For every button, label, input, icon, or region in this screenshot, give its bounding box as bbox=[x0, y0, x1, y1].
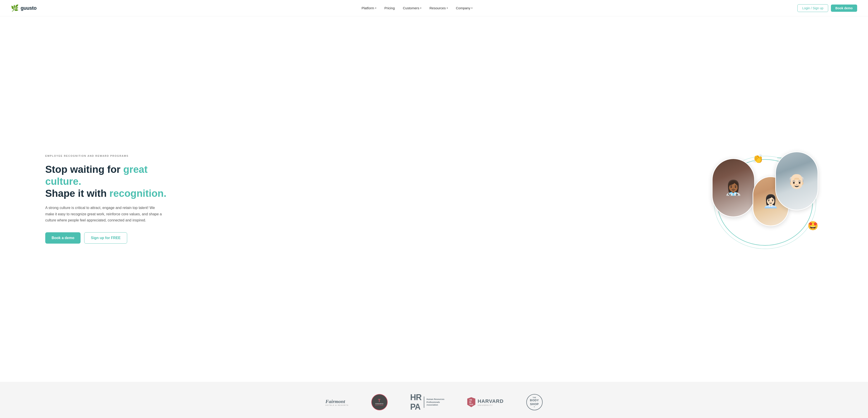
chevron-down-icon: ▾ bbox=[447, 7, 448, 9]
logo-link[interactable]: 🌿 guusto bbox=[11, 4, 36, 12]
harvard-shield: VERITAS bbox=[467, 397, 475, 407]
person-icon-3: 👴🏻 bbox=[788, 172, 806, 190]
nav-item-resources[interactable]: Resources ▾ bbox=[430, 6, 448, 10]
hero-ctas: Book a demo Sign up for FREE bbox=[45, 232, 172, 244]
raptors-badge: T TORONTO RAPTORS bbox=[371, 394, 388, 410]
hero-eyebrow: EMPLOYEE RECOGNITION AND REWARD PROGRAMS bbox=[45, 155, 172, 157]
logo-text: guusto bbox=[21, 5, 36, 11]
hrpa-letters: HR bbox=[410, 393, 422, 402]
nav-links: Platform ▾ Pricing Customers ▾ Resources… bbox=[362, 6, 472, 10]
logo-harvard: VERITAS HARVARD UNIVERSITY bbox=[467, 397, 504, 407]
nav-item-pricing[interactable]: Pricing bbox=[384, 6, 395, 10]
star-emoji: 🤩 bbox=[808, 221, 818, 231]
headline-text-2: Shape it with bbox=[45, 188, 110, 199]
headline-accent-2: recognition. bbox=[110, 188, 166, 199]
bodyshop-badge: THE BODY SHOP ® bbox=[526, 394, 542, 410]
chevron-down-icon: ▾ bbox=[471, 7, 472, 9]
logo-raptors: T TORONTO RAPTORS bbox=[371, 394, 388, 410]
signup-free-button[interactable]: Sign up for FREE bbox=[84, 232, 127, 244]
fairmont-sub: HOTELS & RESORTS bbox=[326, 405, 348, 406]
photo-card-1: 👩🏾‍⚕️ bbox=[712, 158, 755, 217]
nav-item-platform[interactable]: Platform ▾ bbox=[362, 6, 376, 10]
harvard-subtitle: UNIVERSITY bbox=[478, 404, 504, 406]
navigation: 🌿 guusto Platform ▾ Pricing Customers ▾ … bbox=[0, 0, 868, 16]
nav-item-customers[interactable]: Customers ▾ bbox=[403, 6, 421, 10]
hero-section: EMPLOYEE RECOGNITION AND REWARD PROGRAMS… bbox=[0, 16, 868, 382]
chevron-down-icon: ▾ bbox=[375, 7, 376, 9]
nav-item-company[interactable]: Company ▾ bbox=[456, 6, 472, 10]
person-icon-1: 👩🏾‍⚕️ bbox=[724, 180, 742, 196]
hero-left: EMPLOYEE RECOGNITION AND REWARD PROGRAMS… bbox=[45, 155, 172, 244]
nav-actions: Login / Sign up Book demo bbox=[797, 4, 857, 12]
harvard-name: HARVARD bbox=[478, 398, 504, 404]
logo-fairmont: Fairmont HOTELS & RESORTS bbox=[326, 398, 348, 406]
photo-card-3: 👴🏻 bbox=[775, 152, 818, 211]
fairmont-name: Fairmont bbox=[326, 398, 345, 404]
book-demo-nav-button[interactable]: Book demo bbox=[831, 4, 857, 12]
login-button[interactable]: Login / Sign up bbox=[797, 4, 828, 12]
clap-emoji: 👏 bbox=[753, 154, 763, 164]
hero-headline: Stop waiting for great culture. Shape it… bbox=[45, 164, 172, 199]
person-icon-2: 👩🏻‍💼 bbox=[763, 194, 779, 209]
book-demo-button[interactable]: Book a demo bbox=[45, 232, 81, 244]
hrpa-letters-2: PA bbox=[410, 402, 421, 412]
logo-hrpa: HR PA Human Resources Professionals Asso… bbox=[410, 393, 445, 412]
logos-bar: Fairmont HOTELS & RESORTS T TORONTO RAPT… bbox=[0, 382, 868, 418]
chevron-down-icon: ▾ bbox=[420, 7, 421, 9]
hero-illustration: 👩🏾‍⚕️ 👩🏻‍💼 👴🏻 👏 🤩 bbox=[705, 145, 823, 253]
hero-body: A strong culture is critical to attract,… bbox=[45, 205, 163, 223]
logo-bodyshop: THE BODY SHOP ® bbox=[526, 394, 542, 410]
logo-icon: 🌿 bbox=[11, 4, 19, 12]
headline-text-1: Stop waiting for bbox=[45, 164, 123, 175]
hrpa-full-name: Human Resources Professionals Associatio… bbox=[427, 398, 445, 407]
